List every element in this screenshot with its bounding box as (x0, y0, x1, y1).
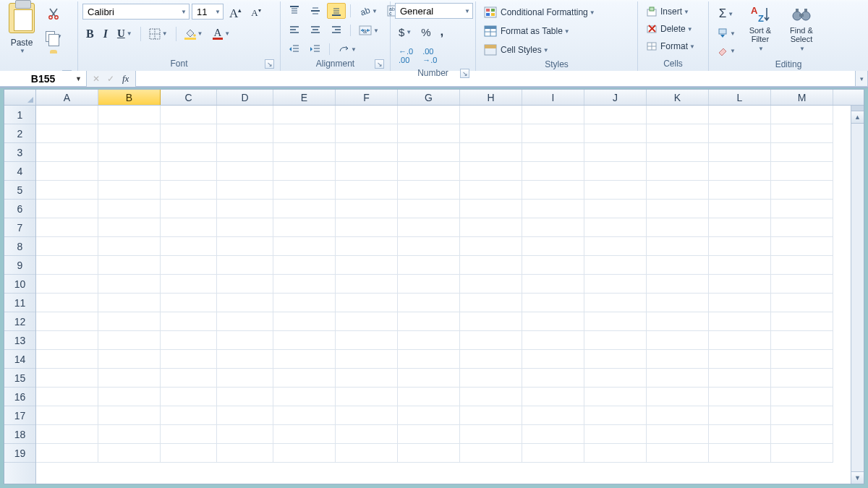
cell-F9[interactable] (336, 256, 398, 275)
cell-B11[interactable] (98, 294, 161, 312)
cell-M5[interactable] (771, 181, 833, 200)
row-header-19[interactable]: 19 (4, 444, 35, 463)
cell-H6[interactable] (460, 200, 522, 218)
row-header-4[interactable]: 4 (4, 162, 35, 181)
decrease-decimal-button[interactable]: .00→.0 (419, 45, 441, 67)
decrease-indent-button[interactable] (285, 42, 304, 56)
cell-F17[interactable] (336, 406, 398, 425)
fill-button[interactable]: ▼ (713, 26, 739, 40)
increase-indent-button[interactable] (306, 42, 325, 56)
cell-L7[interactable] (709, 218, 771, 237)
cell-M10[interactable] (771, 275, 833, 294)
sort-filter-button[interactable]: AZ Sort & Filter ▼ (741, 3, 780, 54)
merge-center-button[interactable]: a▼ (355, 23, 383, 38)
cell-L4[interactable] (709, 162, 771, 181)
orientation-button[interactable]: ab▼ (355, 3, 381, 19)
row-header-6[interactable]: 6 (4, 200, 35, 218)
cell-L17[interactable] (709, 406, 771, 425)
cell-G8[interactable] (398, 237, 460, 256)
cell-F12[interactable] (336, 312, 398, 331)
cell-D11[interactable] (217, 294, 273, 312)
format-cells-button[interactable]: Format ▼ (642, 39, 706, 53)
cell-D15[interactable] (217, 369, 273, 388)
cell-C1[interactable] (161, 106, 217, 124)
cell-L12[interactable] (709, 312, 771, 331)
cell-G6[interactable] (398, 200, 460, 218)
italic-button[interactable]: I (100, 25, 111, 43)
cell-I13[interactable] (522, 331, 584, 350)
column-header-M[interactable]: M (771, 90, 833, 105)
cell-L8[interactable] (709, 237, 771, 256)
row-header-7[interactable]: 7 (4, 218, 35, 237)
cell-K2[interactable] (647, 124, 709, 143)
cell-K17[interactable] (647, 406, 709, 425)
cell-C17[interactable] (161, 406, 217, 425)
cell-H18[interactable] (460, 425, 522, 444)
cell-C18[interactable] (161, 425, 217, 444)
align-center-button[interactable] (306, 23, 325, 38)
cell-F16[interactable] (336, 388, 398, 406)
cell-K10[interactable] (647, 275, 709, 294)
font-name-combo[interactable]: Calibri ▼ (82, 4, 190, 20)
cell-B4[interactable] (98, 162, 161, 181)
cell-G7[interactable] (398, 218, 460, 237)
cell-J10[interactable] (584, 275, 647, 294)
cell-I3[interactable] (522, 143, 584, 162)
row-header-2[interactable]: 2 (4, 124, 35, 143)
align-top-button[interactable] (285, 3, 304, 19)
percent-button[interactable]: % (417, 24, 434, 40)
cell-H16[interactable] (460, 388, 522, 406)
cell-J13[interactable] (584, 331, 647, 350)
cell-D14[interactable] (217, 350, 273, 369)
cell-A8[interactable] (36, 237, 98, 256)
cell-C6[interactable] (161, 200, 217, 218)
cell-H19[interactable] (460, 444, 522, 463)
comma-button[interactable]: , (437, 22, 448, 41)
cell-H4[interactable] (460, 162, 522, 181)
cell-M11[interactable] (771, 294, 833, 312)
clear-button[interactable]: ▼ (713, 43, 739, 58)
fx-enter-button[interactable]: ✓ (104, 72, 117, 85)
row-header-18[interactable]: 18 (4, 425, 35, 444)
row-header-17[interactable]: 17 (4, 406, 35, 425)
cell-M1[interactable] (771, 106, 833, 124)
row-header-12[interactable]: 12 (4, 312, 35, 331)
cell-B13[interactable] (98, 331, 161, 350)
cell-A13[interactable] (36, 331, 98, 350)
cell-C19[interactable] (161, 444, 217, 463)
cell-B1[interactable] (98, 106, 161, 124)
orientation-alt-button[interactable]: ▼ (334, 42, 360, 56)
cell-K4[interactable] (647, 162, 709, 181)
cell-A1[interactable] (36, 106, 98, 124)
cell-I9[interactable] (522, 256, 584, 275)
cell-F15[interactable] (336, 369, 398, 388)
shrink-font-button[interactable]: A▾ (247, 4, 264, 20)
cell-G1[interactable] (398, 106, 460, 124)
cell-F6[interactable] (336, 200, 398, 218)
cell-D10[interactable] (217, 275, 273, 294)
cell-I4[interactable] (522, 162, 584, 181)
row-header-14[interactable]: 14 (4, 350, 35, 369)
cell-F7[interactable] (336, 218, 398, 237)
cell-G11[interactable] (398, 294, 460, 312)
vertical-scrollbar[interactable]: ▲ ▼ (851, 106, 864, 484)
cell-K5[interactable] (647, 181, 709, 200)
cell-D6[interactable] (217, 200, 273, 218)
paste-button[interactable]: Paste ▼ (4, 35, 39, 56)
cell-K6[interactable] (647, 200, 709, 218)
cell-G13[interactable] (398, 331, 460, 350)
cell-H2[interactable] (460, 124, 522, 143)
row-header-11[interactable]: 11 (4, 294, 35, 312)
column-header-D[interactable]: D (217, 90, 273, 105)
row-header-9[interactable]: 9 (4, 256, 35, 275)
cell-F18[interactable] (336, 425, 398, 444)
cell-B5[interactable] (98, 181, 161, 200)
cell-C3[interactable] (161, 143, 217, 162)
cell-F5[interactable] (336, 181, 398, 200)
cell-M13[interactable] (771, 331, 833, 350)
cell-K11[interactable] (647, 294, 709, 312)
cell-A5[interactable] (36, 181, 98, 200)
cell-D13[interactable] (217, 331, 273, 350)
cell-A9[interactable] (36, 256, 98, 275)
cell-E15[interactable] (273, 369, 336, 388)
